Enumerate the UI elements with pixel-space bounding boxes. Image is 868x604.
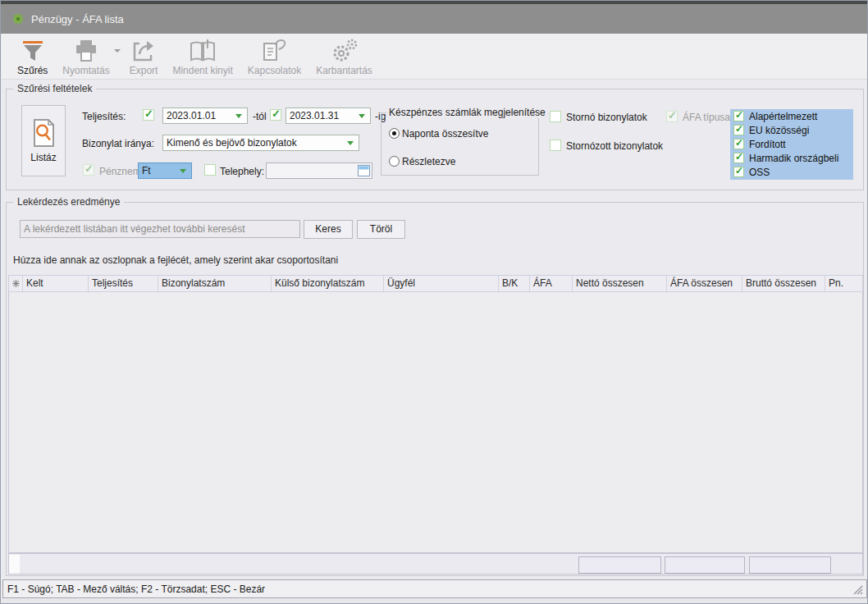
vat-type-item[interactable]: Harmadik országbeli bbox=[730, 151, 853, 165]
stornozott-checkbox[interactable] bbox=[550, 140, 561, 151]
date-from-suffix: -tól bbox=[253, 111, 267, 122]
stornozott-label: Stornózott bizonylatok bbox=[566, 140, 663, 152]
filter-group-title: Szűrési feltételek bbox=[13, 83, 96, 94]
daily-summary-label: Naponta összesítve bbox=[402, 128, 488, 140]
window-bottom-edge bbox=[1, 598, 867, 604]
teljesites-label: Teljesítés: bbox=[82, 111, 126, 122]
vat-type-item[interactable]: EU közösségi bbox=[730, 123, 853, 137]
column-header-teljesites[interactable]: Teljesítés bbox=[89, 276, 158, 291]
vat-type-item[interactable]: Alapértelmezett bbox=[730, 109, 853, 123]
statusbar: F1 - Súgó; TAB - Mező váltás; F2 - Törzs… bbox=[2, 579, 867, 598]
checked-checkbox-icon[interactable] bbox=[733, 125, 744, 135]
statusbar-hotkeys: F1 - Súgó; TAB - Mező váltás; F2 - Törzs… bbox=[7, 583, 265, 595]
detailed-label: Részletezve bbox=[402, 156, 455, 167]
toolbar-label: Mindent kinyit bbox=[172, 65, 232, 76]
vat-type-item[interactable]: OSS bbox=[730, 165, 853, 179]
checked-checkbox-icon[interactable] bbox=[733, 111, 744, 121]
listaz-button-label: Listáz bbox=[30, 152, 56, 163]
daily-summary-radio[interactable] bbox=[389, 128, 400, 139]
resize-grip-icon[interactable] bbox=[852, 583, 863, 595]
vat-type-item[interactable]: Fordított bbox=[730, 137, 853, 151]
toolbar-button-kapcsolatok[interactable]: Kapcsolatok bbox=[240, 34, 308, 79]
filter-conditions-group: Szűrési feltételek Listáz Teljesítés: 20… bbox=[6, 89, 864, 190]
column-header-netto-osszesen[interactable]: Nettó összesen bbox=[573, 276, 667, 291]
date-to-checkbox[interactable] bbox=[270, 109, 281, 121]
dropdown-arrow-icon bbox=[347, 141, 354, 145]
vat-type-item-label: Harmadik országbeli bbox=[749, 153, 838, 164]
date-from-checkbox[interactable] bbox=[143, 109, 154, 121]
vat-type-item-label: Fordított bbox=[749, 139, 786, 150]
dropdown-arrow-icon bbox=[180, 169, 186, 173]
column-header-kelt[interactable]: Kelt bbox=[23, 276, 89, 291]
currency-dropdown[interactable]: Ft bbox=[138, 162, 192, 179]
detailed-radio[interactable] bbox=[389, 156, 400, 167]
date-to-dropdown[interactable]: 2023.01.31 bbox=[286, 108, 371, 124]
column-header-ugyfel[interactable]: Ügyfél bbox=[384, 276, 499, 291]
checked-checkbox-icon[interactable] bbox=[733, 167, 744, 177]
checked-checkbox-icon[interactable] bbox=[733, 153, 744, 163]
vat-type-checkbox bbox=[666, 111, 678, 122]
checked-checkbox-icon[interactable] bbox=[733, 139, 744, 149]
column-header-bk[interactable]: B/K bbox=[499, 276, 530, 291]
search-document-icon bbox=[32, 118, 55, 148]
site-label: Telephely: bbox=[220, 166, 264, 177]
clear-button[interactable]: Töröl bbox=[357, 220, 405, 239]
vat-type-item-label: OSS bbox=[749, 167, 770, 178]
window-title: Pénzügy - ÁFA lista bbox=[31, 13, 124, 25]
vat-type-item-label: Alapértelmezett bbox=[749, 111, 817, 122]
site-input[interactable] bbox=[266, 162, 372, 179]
column-chooser-button[interactable] bbox=[9, 276, 23, 291]
result-table-body[interactable] bbox=[8, 292, 863, 553]
filter-icon bbox=[20, 38, 46, 64]
query-result-group: Lekérdezés eredménye Keres Töröl Húzza i… bbox=[6, 202, 864, 576]
vat-type-list[interactable]: Alapértelmezett EU közösségi Fordított H… bbox=[730, 109, 853, 180]
direction-value: Kimenő és bejövő bizonylatok bbox=[167, 137, 297, 149]
netto-total-box bbox=[578, 556, 661, 574]
brutto-total-box bbox=[749, 556, 831, 574]
toolbar-label: Nyomtatás bbox=[62, 65, 109, 76]
toolbar-button-szures[interactable]: Szűrés bbox=[10, 34, 55, 79]
toolbar-button-export[interactable]: Export bbox=[122, 34, 166, 79]
currency-checkbox bbox=[83, 164, 94, 176]
column-header-kulso-bizonylatszam[interactable]: Külső bizonylatszám bbox=[272, 276, 384, 291]
result-group-title: Lekérdezés eredménye bbox=[13, 196, 124, 208]
cash-invoices-group: Készpénzes számlák megjelenítése Naponta… bbox=[381, 112, 539, 176]
column-header-afa-osszesen[interactable]: ÁFA összesen bbox=[667, 276, 742, 291]
group-by-hint: Húzza ide annak az oszlopnak a fejlécét,… bbox=[13, 254, 338, 266]
vat-type-label: ÁFA típusa: bbox=[683, 112, 733, 123]
site-value bbox=[267, 166, 270, 177]
result-search-input[interactable] bbox=[20, 220, 300, 238]
site-lookup-icon[interactable] bbox=[358, 165, 370, 176]
toolbar-label: Export bbox=[130, 65, 158, 76]
column-header-afa[interactable]: ÁFA bbox=[530, 276, 573, 291]
direction-dropdown[interactable]: Kimenő és bejövő bizonylatok bbox=[162, 135, 359, 151]
column-header-brutto-osszesen[interactable]: Bruttó összesen bbox=[742, 276, 825, 291]
toolbar-button-nyomtatas[interactable]: Nyomtatás bbox=[55, 34, 116, 79]
toolbar-button-mindent-kinyit[interactable]: Mindent kinyit bbox=[165, 34, 240, 79]
date-from-value: 2023.01.01 bbox=[167, 110, 216, 121]
open-book-icon bbox=[189, 38, 217, 64]
toolbar-label: Szűrés bbox=[17, 65, 48, 76]
footer-icon-cell bbox=[9, 555, 20, 574]
print-dropdown-caret-icon[interactable] bbox=[114, 49, 121, 53]
vat-type-item-label: EU közösségi bbox=[749, 125, 809, 136]
afa-total-box bbox=[665, 556, 745, 574]
app-icon bbox=[12, 13, 24, 25]
attachment-icon bbox=[260, 38, 288, 64]
toolbar: Szűrés Nyomtatás Export bbox=[2, 34, 868, 80]
asterisk-icon bbox=[12, 280, 20, 287]
date-to-value: 2023.01.31 bbox=[290, 110, 339, 121]
storno-checkbox[interactable] bbox=[550, 111, 561, 122]
titlebar[interactable]: Pénzügy - ÁFA lista bbox=[1, 4, 867, 34]
search-button[interactable]: Keres bbox=[304, 220, 353, 239]
listaz-button[interactable]: Listáz bbox=[21, 105, 66, 176]
cash-group-title: Készpénzes számlák megjelenítése bbox=[386, 107, 548, 118]
date-from-dropdown[interactable]: 2023.01.01 bbox=[162, 108, 248, 124]
site-checkbox[interactable] bbox=[204, 164, 216, 176]
direction-label: Bizonylat iránya: bbox=[82, 138, 154, 149]
toolbar-label: Karbantartás bbox=[316, 65, 372, 76]
result-table-footer bbox=[8, 553, 863, 574]
column-header-bizonylatszam[interactable]: Bizonylatszám bbox=[158, 276, 272, 291]
column-header-pn[interactable]: Pn. bbox=[825, 276, 862, 291]
toolbar-button-karbantartas[interactable]: Karbantartás bbox=[308, 34, 380, 79]
